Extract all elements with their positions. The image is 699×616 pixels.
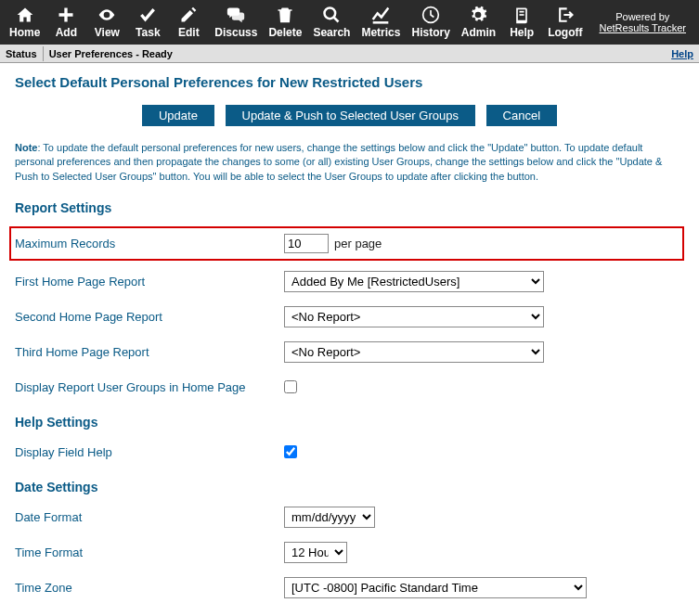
toolbar-metrics[interactable]: Metrics [356,4,406,41]
cancel-button[interactable]: Cancel [486,105,557,126]
home-icon [15,6,35,24]
timezone-select[interactable]: [UTC -0800] Pacific Standard Time [284,577,587,598]
field-help-label: Display Field Help [15,445,284,459]
date-format-row: Date Format mm/dd/yyyy [15,506,684,528]
display-groups-row: Display Report User Groups in Home Page [15,376,684,398]
content-scroll[interactable]: Select Default Personal Preferences for … [0,63,699,616]
clock-icon [421,6,441,24]
third-report-label: Third Home Page Report [15,345,284,359]
svg-rect-3 [520,11,524,13]
field-help-row: Display Field Help [15,441,684,463]
update-push-button[interactable]: Update & Push to Selected User Groups [226,105,475,126]
timezone-label: Time Zone [15,581,284,595]
book-icon [512,6,531,24]
page-title: Select Default Personal Preferences for … [15,74,684,90]
max-records-input[interactable] [284,234,329,253]
toolbar-home[interactable]: Home [4,4,45,41]
toolbar-logoff[interactable]: Logoff [542,4,588,41]
date-format-label: Date Format [15,510,284,524]
powered-by: Powered by NetResults Tracker [599,11,695,33]
toolbar-view[interactable]: View [86,4,127,41]
metrics-icon [369,6,392,24]
second-report-row: Second Home Page Report <No Report> [15,305,684,327]
status-bar: Status User Preferences - Ready Help [0,45,699,63]
max-records-label: Maximum Records [15,237,284,250]
help-link[interactable]: Help [671,48,699,59]
svg-rect-4 [520,14,524,16]
second-report-label: Second Home Page Report [15,310,284,324]
second-report-select[interactable]: <No Report> [284,306,544,327]
search-icon [321,6,342,24]
time-format-select[interactable]: 12 Hour [284,542,347,563]
trash-icon [276,6,294,24]
toolbar-discuss[interactable]: Discuss [209,4,263,41]
toolbar-history[interactable]: History [406,4,455,41]
toolbar-help[interactable]: Help [501,4,542,41]
svg-point-0 [106,13,109,16]
gear-icon [468,6,488,24]
report-settings-title: Report Settings [15,200,684,215]
per-page-suffix: per page [334,237,382,250]
display-groups-label: Display Report User Groups in Home Page [15,380,284,394]
display-groups-checkbox[interactable] [284,380,297,393]
timezone-row: Time Zone [UTC -0800] Pacific Standard T… [15,576,684,598]
dst-row: Adjust to Daylight Saving Time (DST) [15,611,684,616]
check-icon [137,6,158,24]
toolbar-delete[interactable]: Delete [263,4,307,41]
toolbar-search[interactable]: Search [307,4,356,41]
date-settings-title: Date Settings [15,480,684,494]
first-report-row: First Home Page Report Added By Me [Rest… [15,270,684,292]
third-report-select[interactable]: <No Report> [284,341,544,363]
logoff-icon [555,6,576,24]
note-text: Note: To update the default personal pre… [15,141,684,184]
max-records-row: Maximum Records per page [9,226,684,261]
toolbar-admin[interactable]: Admin [456,4,501,41]
status-label: Status [0,46,44,61]
third-report-row: Third Home Page Report <No Report> [15,340,684,363]
toolbar-task[interactable]: Task [127,4,168,41]
help-settings-title: Help Settings [15,415,684,430]
field-help-checkbox[interactable] [284,445,297,458]
date-format-select[interactable]: mm/dd/yyyy [284,507,375,528]
time-format-row: Time Format 12 Hour [15,541,684,563]
powered-link[interactable]: NetResults Tracker [599,22,686,33]
toolbar-edit[interactable]: Edit [168,4,209,41]
discuss-icon [225,6,247,24]
time-format-label: Time Format [15,545,284,559]
eye-icon [96,6,118,24]
first-report-select[interactable]: Added By Me [RestrictedUsers] [284,271,544,292]
first-report-label: First Home Page Report [15,275,284,289]
status-text: User Preferences - Ready [44,46,672,61]
plus-icon [56,6,76,24]
toolbar-add[interactable]: Add [45,4,86,41]
main-toolbar: Home Add View Task Edit Discuss Delete S… [0,0,699,45]
button-row: Update Update & Push to Selected User Gr… [15,105,684,126]
pencil-icon [178,6,199,24]
update-button[interactable]: Update [142,105,214,126]
svg-point-1 [325,8,336,19]
